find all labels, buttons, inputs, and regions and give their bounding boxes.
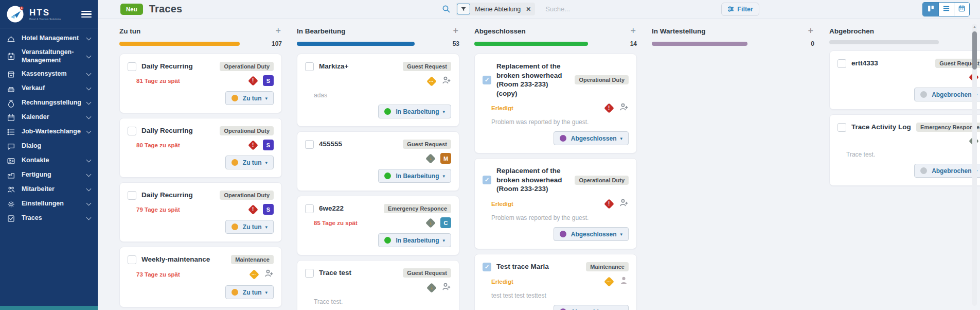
assign-user-icon[interactable] — [619, 200, 629, 209]
trace-card[interactable]: Daily Recurring Operational Duty 79 Tage… — [119, 182, 282, 242]
status-dropdown-button[interactable]: Abgeschlossen ▾ — [554, 227, 629, 241]
trace-card[interactable]: ✓ Test trace Maria Maintenance Erledigt … — [474, 254, 637, 310]
status-dropdown-button[interactable]: Zu tun ▾ — [225, 220, 274, 234]
logo-text-block: HTS Hotel & Tourism Solutions — [29, 8, 81, 21]
sidebar-item-verkauf[interactable]: Verkauf — [0, 81, 98, 96]
card-checkbox[interactable] — [128, 191, 136, 200]
status-dropdown-button[interactable]: In Bearbeitung ▾ — [378, 105, 451, 118]
new-trace-button[interactable]: Neu — [120, 4, 143, 15]
sidebar-item-kalender[interactable]: Kalender — [0, 110, 98, 125]
sidebar-item-hotel-management[interactable]: Hotel Management — [0, 31, 98, 46]
status-dropdown-button[interactable]: In Bearbeitung ▾ — [378, 233, 451, 247]
add-card-button[interactable]: + — [274, 26, 282, 36]
sidebar-item-einstellungen[interactable]: Einstellungen — [0, 197, 98, 211]
scroll-up-icon[interactable]: ▲ — [973, 25, 976, 28]
trace-card[interactable]: 6we222 Emergency Responce 85 Tage zu spä… — [297, 196, 459, 255]
sidebar-divider — [0, 28, 98, 28]
card-title: Replacement of the broken showerhead (Ro… — [496, 62, 569, 98]
card-category-badge: Maintenance — [231, 255, 274, 264]
caret-down-icon: ▾ — [620, 232, 622, 237]
status-dropdown-button[interactable]: Zu tun ▾ — [225, 156, 274, 169]
status-label: In Bearbeitung — [396, 108, 439, 115]
scrollbar-thumb[interactable] — [972, 31, 977, 70]
filter-chip[interactable]: Meine Abteilung ✕ — [456, 3, 535, 15]
trace-card[interactable]: Trace Activity Log Emergency Responce ↓ … — [829, 114, 980, 186]
trace-card[interactable]: Daily Recurring Operational Duty 80 Tage… — [119, 118, 282, 178]
sidebar-item-dialog[interactable]: Dialog — [0, 139, 98, 153]
assign-user-icon[interactable] — [441, 78, 451, 87]
card-title: Markiza+ — [319, 62, 398, 71]
card-checkbox[interactable] — [305, 269, 314, 278]
add-card-button[interactable]: + — [629, 26, 637, 36]
status-label: Zu tun — [243, 223, 262, 231]
card-checkbox[interactable]: ✓ — [483, 176, 491, 184]
status-dropdown-button[interactable]: Zu tun ▾ — [225, 91, 274, 105]
chip-close-icon[interactable]: ✕ — [526, 6, 531, 13]
card-checkbox[interactable]: ✓ — [483, 76, 491, 84]
assignee-avatar[interactable]: S — [263, 75, 274, 86]
card-checkbox[interactable] — [305, 140, 314, 149]
trace-card[interactable]: ✓ Replacement of the broken showerhead (… — [474, 158, 637, 249]
trace-card[interactable]: Daily Recurring Operational Duty 81 Tage… — [119, 54, 282, 113]
caret-down-icon: ▾ — [265, 160, 268, 165]
status-dropdown-button[interactable]: Abgeschlossen ▾ — [554, 305, 629, 310]
card-checkbox[interactable] — [128, 127, 136, 135]
status-dropdown-button[interactable]: Abgeschlossen ▾ — [554, 131, 629, 145]
card-checkbox[interactable] — [838, 123, 846, 132]
funnel-icon[interactable] — [457, 4, 470, 14]
card-checkbox[interactable] — [128, 255, 136, 264]
card-note: 85 Tage zu spät — [305, 220, 425, 226]
list-view-button[interactable] — [938, 3, 954, 16]
status-label: In Bearbeitung — [396, 237, 439, 244]
column-cards: ✓ Replacement of the broken showerhead (… — [474, 54, 637, 310]
trace-card[interactable]: 455555 Guest Request ↓ M In Bearbeitung … — [297, 131, 459, 191]
priority-low-icon: ↓ — [426, 283, 437, 293]
assignee-avatar[interactable]: M — [440, 153, 451, 164]
sidebar-item-kontakte[interactable]: Kontakte — [0, 153, 98, 168]
assign-user-icon[interactable] — [264, 271, 274, 280]
card-checkbox[interactable]: ✓ — [483, 263, 491, 271]
trace-card[interactable]: Weekly-maintenance Maintenance 73 Tage z… — [119, 247, 282, 307]
sidebar-item-traces[interactable]: Traces — [0, 211, 98, 226]
assignee-avatar[interactable]: C — [440, 217, 451, 228]
trace-card[interactable]: ertt4333 Guest Request ! Abgebrochen ▾ — [829, 50, 980, 110]
sidebar-item-job-warteschlange[interactable]: Job-Warteschlange — [0, 125, 98, 139]
assignee-avatar[interactable]: S — [263, 140, 274, 150]
assign-user-icon[interactable] — [441, 284, 451, 293]
vertical-scrollbar[interactable]: ▲ — [972, 24, 977, 306]
card-checkbox[interactable] — [305, 62, 314, 71]
assignee-avatar[interactable]: S — [263, 204, 274, 215]
column-progress-bar — [474, 42, 611, 46]
add-card-button[interactable]: + — [807, 26, 814, 36]
card-description: adas — [305, 91, 451, 99]
card-category-badge: Emergency Responce — [916, 123, 980, 132]
card-note: Erledigt — [483, 201, 604, 207]
sidebar-item-kassensystem[interactable]: Kassensystem — [0, 67, 98, 81]
status-dropdown-button[interactable]: Zu tun ▾ — [225, 285, 274, 299]
calendar-view-icon — [958, 5, 966, 14]
column-count: 14 — [618, 40, 637, 47]
filter-button[interactable]: Filter — [721, 3, 759, 16]
status-dropdown-button[interactable]: Abgebrochen ▾ — [914, 88, 980, 101]
assign-user-icon[interactable] — [619, 105, 629, 113]
status-dropdown-button[interactable]: In Bearbeitung ▾ — [378, 169, 451, 183]
trace-card[interactable]: Trace test Guest Request ↓ Trace test. I… — [297, 260, 459, 310]
sidebar-item-mitarbeiter[interactable]: Mitarbeiter — [0, 182, 98, 197]
sidebar-item-veranstaltungen-management[interactable]: Veranstaltungen-Management — [0, 46, 98, 67]
status-dropdown-button[interactable]: Abgebrochen ▾ — [914, 164, 980, 178]
search-input[interactable] — [545, 5, 622, 13]
card-checkbox[interactable] — [838, 59, 846, 68]
column-cards: Daily Recurring Operational Duty 81 Tage… — [119, 54, 282, 307]
trace-card[interactable]: Markiza+ Guest Request ••• adas In Bearb… — [297, 54, 459, 127]
sidebar: HTS Hotel & Tourism Solutions Hotel Mana… — [0, 0, 98, 310]
kanban-view-button[interactable] — [923, 3, 938, 16]
menu-toggle-icon[interactable] — [81, 8, 92, 20]
sidebar-item-rechnungsstellung[interactable]: Rechnungsstellung — [0, 96, 98, 110]
card-checkbox[interactable] — [128, 62, 136, 71]
calendar-view-button[interactable] — [954, 3, 969, 16]
app-window: HTS Hotel & Tourism Solutions Hotel Mana… — [0, 0, 980, 310]
sidebar-item-fertigung[interactable]: Fertigung — [0, 168, 98, 182]
trace-card[interactable]: ✓ Replacement of the broken showerhead (… — [474, 54, 637, 153]
card-checkbox[interactable] — [305, 204, 314, 213]
add-card-button[interactable]: + — [452, 26, 459, 36]
